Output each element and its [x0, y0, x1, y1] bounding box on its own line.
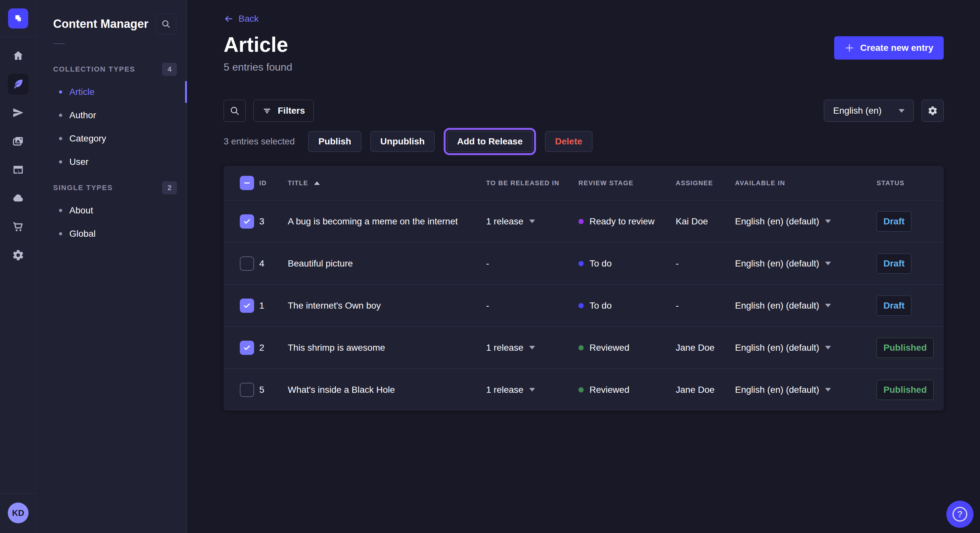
table-row[interactable]: 4 Beautiful picture - To do - English (e… [224, 242, 944, 284]
cell-id: 1 [259, 300, 288, 311]
nav-home-button[interactable] [8, 45, 29, 66]
single-types-section: SINGLE TYPES 2 About Global [37, 181, 187, 246]
collection-types-count-badge: 4 [162, 63, 177, 76]
column-header-id: ID [259, 179, 288, 187]
nav-marketplace-button[interactable] [8, 216, 29, 237]
table-row[interactable]: 3 A bug is becoming a meme on the intern… [224, 200, 944, 242]
images-icon [12, 135, 24, 148]
column-header-title-sort[interactable]: TITLE [288, 179, 486, 187]
table-search-button[interactable] [224, 100, 246, 122]
release-value: 1 release [486, 343, 523, 353]
layout-icon [12, 163, 24, 176]
cell-id: 3 [259, 216, 288, 227]
subnav-search-button[interactable] [156, 14, 176, 34]
check-icon [243, 301, 251, 310]
column-header-status: STATUS [877, 179, 944, 187]
collection-types-section: COLLECTION TYPES 4 Article Author Catego… [37, 62, 187, 174]
sidebar-item-category[interactable]: Category [37, 127, 187, 150]
cell-id: 4 [259, 259, 288, 269]
nav-settings-button[interactable] [8, 245, 29, 265]
chevron-down-icon [825, 388, 831, 392]
stage-label: Ready to review [590, 216, 655, 227]
table-row[interactable]: 1 The internet's Own boy - To do - Engli… [224, 284, 944, 327]
sidebar-item-label: Global [69, 228, 95, 239]
status-badge: Draft [877, 296, 911, 316]
cell-release-dropdown[interactable]: 1 release [486, 343, 579, 353]
status-badge: Draft [877, 254, 911, 274]
bulk-actions-row: 3 entries selected Publish Unpublish Add… [224, 130, 944, 153]
sidebar-item-user[interactable]: User [37, 150, 187, 174]
help-button[interactable]: ? [946, 501, 974, 528]
row-checkbox[interactable] [240, 257, 254, 271]
sidebar-item-label: About [69, 205, 93, 216]
nav-content-type-builder-button[interactable] [8, 159, 29, 180]
cell-release-dropdown[interactable]: 1 release [486, 385, 579, 395]
sidebar-item-about[interactable]: About [37, 199, 187, 222]
chevron-down-icon [899, 109, 905, 113]
check-icon [243, 344, 251, 352]
view-settings-button[interactable] [922, 100, 944, 122]
row-checkbox[interactable] [240, 214, 254, 228]
create-new-entry-label: Create new entry [860, 43, 933, 53]
feather-icon [12, 78, 24, 90]
user-avatar[interactable]: KD [8, 503, 29, 523]
collection-types-label: COLLECTION TYPES [53, 65, 135, 73]
rail-icon-list [8, 45, 29, 265]
cell-locale-dropdown[interactable]: English (en) (default) [735, 259, 877, 269]
publish-button[interactable]: Publish [308, 131, 361, 152]
cell-locale-dropdown[interactable]: English (en) (default) [735, 216, 877, 227]
question-icon: ? [953, 507, 967, 522]
cart-icon [12, 220, 24, 233]
rail-divider [0, 36, 37, 37]
cell-locale-dropdown[interactable]: English (en) (default) [735, 300, 877, 311]
stage-dot [579, 303, 584, 308]
strapi-logo-icon [13, 13, 24, 24]
chevron-down-icon [529, 219, 535, 223]
cell-locale-dropdown[interactable]: English (en) (default) [735, 385, 877, 395]
sidebar-item-global[interactable]: Global [37, 222, 187, 246]
nav-releases-button[interactable] [8, 102, 29, 123]
delete-button[interactable]: Delete [545, 131, 592, 152]
strapi-logo[interactable] [8, 8, 28, 29]
back-link[interactable]: Back [224, 14, 259, 24]
rail-divider [0, 493, 37, 493]
content-manager-subnav: Content Manager COLLECTION TYPES 4 Artic… [37, 0, 187, 533]
filters-button[interactable]: Filters [253, 100, 314, 122]
table-header-row: ID TITLE TO BE RELEASED IN REVIEW STAGE … [224, 166, 944, 200]
cell-title: The internet's Own boy [288, 300, 486, 311]
table-row[interactable]: 5 What's inside a Black Hole 1 release R… [224, 368, 944, 411]
status-badge: Published [877, 380, 934, 400]
available-value: English (en) (default) [735, 385, 819, 395]
stage-dot [579, 345, 584, 351]
table-row[interactable]: 2 This shrimp is awesome 1 release Revie… [224, 327, 944, 368]
sidebar-item-label: Article [69, 87, 95, 97]
stage-dot [579, 219, 584, 224]
available-value: English (en) (default) [735, 300, 819, 311]
sidebar-item-article[interactable]: Article [37, 80, 187, 104]
sidebar-item-author[interactable]: Author [37, 104, 187, 127]
cell-release: - [486, 300, 579, 311]
create-new-entry-button[interactable]: Create new entry [834, 36, 944, 60]
nav-media-library-button[interactable] [8, 131, 29, 152]
chevron-down-icon [529, 388, 535, 392]
row-checkbox[interactable] [240, 341, 254, 355]
cell-title: Beautiful picture [288, 259, 486, 269]
cell-review-stage: Reviewed [579, 343, 676, 353]
select-all-checkbox[interactable] [240, 176, 254, 190]
add-to-release-button[interactable]: Add to Release [447, 131, 533, 152]
locale-select[interactable]: English (en) [824, 100, 914, 122]
home-icon [12, 49, 24, 62]
cell-review-stage: Ready to review [579, 216, 676, 227]
nav-content-manager-button[interactable] [8, 74, 29, 95]
arrow-left-icon [224, 14, 233, 24]
cell-release-dropdown[interactable]: 1 release [486, 216, 579, 227]
check-icon [243, 217, 251, 226]
cell-title: A bug is becoming a meme on the internet [288, 216, 486, 227]
row-checkbox[interactable] [240, 298, 254, 313]
cell-locale-dropdown[interactable]: English (en) (default) [735, 343, 877, 353]
nav-cloud-button[interactable] [8, 188, 29, 209]
row-checkbox[interactable] [240, 383, 254, 397]
unpublish-button[interactable]: Unpublish [371, 131, 435, 152]
cell-assignee: Jane Doe [676, 343, 735, 353]
back-label: Back [239, 14, 259, 24]
